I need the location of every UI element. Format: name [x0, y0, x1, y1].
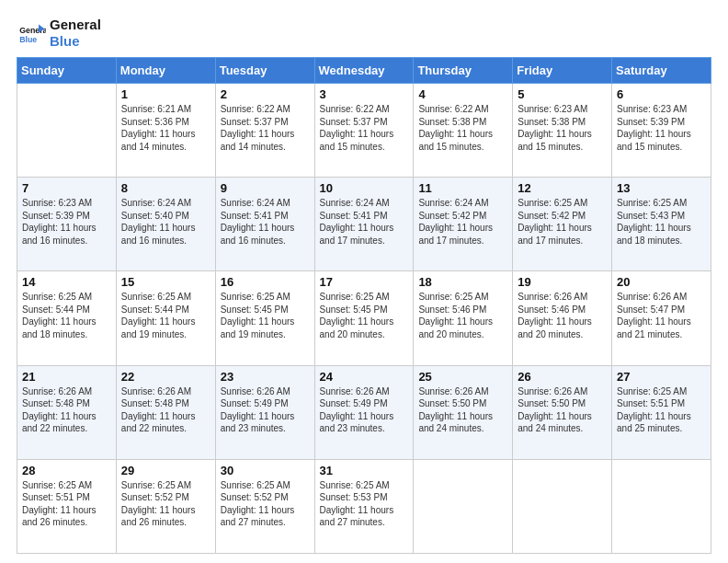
cell-info: Sunrise: 6:25 AM Sunset: 5:44 PM Dayligh… — [121, 291, 210, 340]
logo-icon: General Blue — [17, 18, 46, 48]
cell-day-number: 18 — [418, 275, 507, 289]
cell-info: Sunrise: 6:25 AM Sunset: 5:42 PM Dayligh… — [518, 197, 607, 247]
cell-day-number: 10 — [320, 181, 409, 195]
cell-info: Sunrise: 6:25 AM Sunset: 5:44 PM Dayligh… — [22, 291, 111, 340]
calendar-cell: 12Sunrise: 6:25 AM Sunset: 5:42 PM Dayli… — [513, 178, 612, 271]
calendar-cell: 21Sunrise: 6:26 AM Sunset: 5:48 PM Dayli… — [17, 365, 117, 459]
cell-day-number: 27 — [617, 370, 706, 384]
weekday-header-tuesday: Tuesday — [215, 58, 314, 84]
header: General Blue General Blue — [17, 17, 711, 50]
weekday-header-wednesday: Wednesday — [314, 58, 414, 84]
calendar-cell: 22Sunrise: 6:26 AM Sunset: 5:48 PM Dayli… — [116, 365, 215, 459]
cell-info: Sunrise: 6:24 AM Sunset: 5:42 PM Dayligh… — [418, 197, 507, 247]
cell-day-number: 7 — [22, 181, 111, 195]
cell-day-number: 30 — [221, 464, 310, 477]
cell-info: Sunrise: 6:24 AM Sunset: 5:40 PM Dayligh… — [121, 197, 210, 247]
calendar-cell: 20Sunrise: 6:26 AM Sunset: 5:47 PM Dayli… — [612, 271, 711, 365]
cell-day-number: 1 — [121, 87, 210, 101]
calendar-cell: 4Sunrise: 6:22 AM Sunset: 5:38 PM Daylig… — [414, 84, 513, 178]
cell-info: Sunrise: 6:25 AM Sunset: 5:43 PM Dayligh… — [617, 197, 706, 247]
calendar-cell: 31Sunrise: 6:25 AM Sunset: 5:53 PM Dayli… — [314, 459, 414, 553]
calendar-cell: 11Sunrise: 6:24 AM Sunset: 5:42 PM Dayli… — [414, 178, 513, 271]
cell-day-number: 21 — [22, 370, 111, 384]
cell-day-number: 23 — [221, 370, 310, 384]
cell-info: Sunrise: 6:25 AM Sunset: 5:51 PM Dayligh… — [22, 479, 111, 529]
cell-day-number: 17 — [320, 275, 409, 289]
weekday-header-friday: Friday — [513, 58, 612, 84]
cell-info: Sunrise: 6:23 AM Sunset: 5:39 PM Dayligh… — [617, 103, 706, 153]
cell-day-number: 25 — [418, 370, 507, 384]
calendar-cell: 3Sunrise: 6:22 AM Sunset: 5:37 PM Daylig… — [314, 84, 414, 178]
cell-info: Sunrise: 6:24 AM Sunset: 5:41 PM Dayligh… — [221, 197, 310, 247]
cell-day-number: 14 — [22, 275, 111, 289]
calendar-cell: 17Sunrise: 6:25 AM Sunset: 5:45 PM Dayli… — [314, 271, 414, 365]
calendar-row: 21Sunrise: 6:26 AM Sunset: 5:48 PM Dayli… — [17, 365, 711, 459]
cell-day-number: 5 — [518, 87, 607, 101]
calendar: SundayMondayTuesdayWednesdayThursdayFrid… — [17, 57, 711, 554]
cell-day-number: 31 — [320, 464, 409, 477]
cell-day-number: 26 — [518, 370, 607, 384]
weekday-header-sunday: Sunday — [17, 58, 117, 84]
cell-info: Sunrise: 6:21 AM Sunset: 5:36 PM Dayligh… — [121, 103, 210, 153]
cell-info: Sunrise: 6:26 AM Sunset: 5:49 PM Dayligh… — [221, 385, 310, 435]
cell-info: Sunrise: 6:25 AM Sunset: 5:45 PM Dayligh… — [221, 291, 310, 340]
svg-text:Blue: Blue — [19, 35, 37, 44]
cell-day-number: 20 — [617, 275, 706, 289]
calendar-header-row: SundayMondayTuesdayWednesdayThursdayFrid… — [17, 58, 711, 84]
logo: General Blue General Blue — [17, 17, 101, 50]
calendar-cell: 29Sunrise: 6:25 AM Sunset: 5:52 PM Dayli… — [116, 459, 215, 553]
cell-day-number: 2 — [221, 87, 310, 101]
calendar-cell: 26Sunrise: 6:26 AM Sunset: 5:50 PM Dayli… — [513, 365, 612, 459]
cell-info: Sunrise: 6:25 AM Sunset: 5:52 PM Dayligh… — [221, 479, 310, 529]
calendar-cell: 15Sunrise: 6:25 AM Sunset: 5:44 PM Dayli… — [116, 271, 215, 365]
calendar-row: 14Sunrise: 6:25 AM Sunset: 5:44 PM Dayli… — [17, 271, 711, 365]
calendar-cell — [513, 459, 612, 553]
calendar-cell: 28Sunrise: 6:25 AM Sunset: 5:51 PM Dayli… — [17, 459, 117, 553]
cell-info: Sunrise: 6:26 AM Sunset: 5:48 PM Dayligh… — [121, 385, 210, 435]
cell-info: Sunrise: 6:22 AM Sunset: 5:37 PM Dayligh… — [320, 103, 409, 153]
calendar-cell: 8Sunrise: 6:24 AM Sunset: 5:40 PM Daylig… — [116, 178, 215, 271]
calendar-cell: 2Sunrise: 6:22 AM Sunset: 5:37 PM Daylig… — [215, 84, 314, 178]
calendar-row: 28Sunrise: 6:25 AM Sunset: 5:51 PM Dayli… — [17, 459, 711, 553]
calendar-cell: 19Sunrise: 6:26 AM Sunset: 5:46 PM Dayli… — [513, 271, 612, 365]
calendar-cell: 1Sunrise: 6:21 AM Sunset: 5:36 PM Daylig… — [116, 84, 215, 178]
cell-info: Sunrise: 6:26 AM Sunset: 5:48 PM Dayligh… — [22, 385, 111, 435]
calendar-cell — [17, 84, 117, 178]
calendar-cell: 30Sunrise: 6:25 AM Sunset: 5:52 PM Dayli… — [215, 459, 314, 553]
calendar-cell — [612, 459, 711, 553]
calendar-row: 1Sunrise: 6:21 AM Sunset: 5:36 PM Daylig… — [17, 84, 711, 178]
calendar-cell: 27Sunrise: 6:25 AM Sunset: 5:51 PM Dayli… — [612, 365, 711, 459]
calendar-cell: 5Sunrise: 6:23 AM Sunset: 5:38 PM Daylig… — [513, 84, 612, 178]
calendar-cell: 7Sunrise: 6:23 AM Sunset: 5:39 PM Daylig… — [17, 178, 117, 271]
cell-day-number: 24 — [320, 370, 409, 384]
cell-day-number: 19 — [518, 275, 607, 289]
cell-day-number: 3 — [320, 87, 409, 101]
calendar-cell: 23Sunrise: 6:26 AM Sunset: 5:49 PM Dayli… — [215, 365, 314, 459]
cell-day-number: 12 — [518, 181, 607, 195]
cell-info: Sunrise: 6:25 AM Sunset: 5:46 PM Dayligh… — [418, 291, 507, 340]
calendar-cell: 10Sunrise: 6:24 AM Sunset: 5:41 PM Dayli… — [314, 178, 414, 271]
calendar-cell: 24Sunrise: 6:26 AM Sunset: 5:49 PM Dayli… — [314, 365, 414, 459]
cell-day-number: 28 — [22, 464, 111, 477]
calendar-cell: 13Sunrise: 6:25 AM Sunset: 5:43 PM Dayli… — [612, 178, 711, 271]
cell-info: Sunrise: 6:25 AM Sunset: 5:51 PM Dayligh… — [617, 385, 706, 435]
calendar-cell — [414, 459, 513, 553]
calendar-cell: 6Sunrise: 6:23 AM Sunset: 5:39 PM Daylig… — [612, 84, 711, 178]
page: General Blue General Blue SundayMondayTu… — [0, 0, 728, 563]
calendar-cell: 14Sunrise: 6:25 AM Sunset: 5:44 PM Dayli… — [17, 271, 117, 365]
cell-day-number: 13 — [617, 181, 706, 195]
weekday-header-thursday: Thursday — [414, 58, 513, 84]
cell-info: Sunrise: 6:26 AM Sunset: 5:46 PM Dayligh… — [518, 291, 607, 340]
cell-info: Sunrise: 6:22 AM Sunset: 5:38 PM Dayligh… — [418, 103, 507, 153]
weekday-header-saturday: Saturday — [612, 58, 711, 84]
cell-day-number: 16 — [221, 275, 310, 289]
calendar-cell: 18Sunrise: 6:25 AM Sunset: 5:46 PM Dayli… — [414, 271, 513, 365]
cell-info: Sunrise: 6:23 AM Sunset: 5:39 PM Dayligh… — [22, 197, 111, 247]
cell-info: Sunrise: 6:25 AM Sunset: 5:45 PM Dayligh… — [320, 291, 409, 340]
cell-info: Sunrise: 6:26 AM Sunset: 5:50 PM Dayligh… — [518, 385, 607, 435]
cell-day-number: 22 — [121, 370, 210, 384]
calendar-cell: 16Sunrise: 6:25 AM Sunset: 5:45 PM Dayli… — [215, 271, 314, 365]
cell-day-number: 6 — [617, 87, 706, 101]
cell-info: Sunrise: 6:26 AM Sunset: 5:47 PM Dayligh… — [617, 291, 706, 340]
cell-info: Sunrise: 6:24 AM Sunset: 5:41 PM Dayligh… — [320, 197, 409, 247]
